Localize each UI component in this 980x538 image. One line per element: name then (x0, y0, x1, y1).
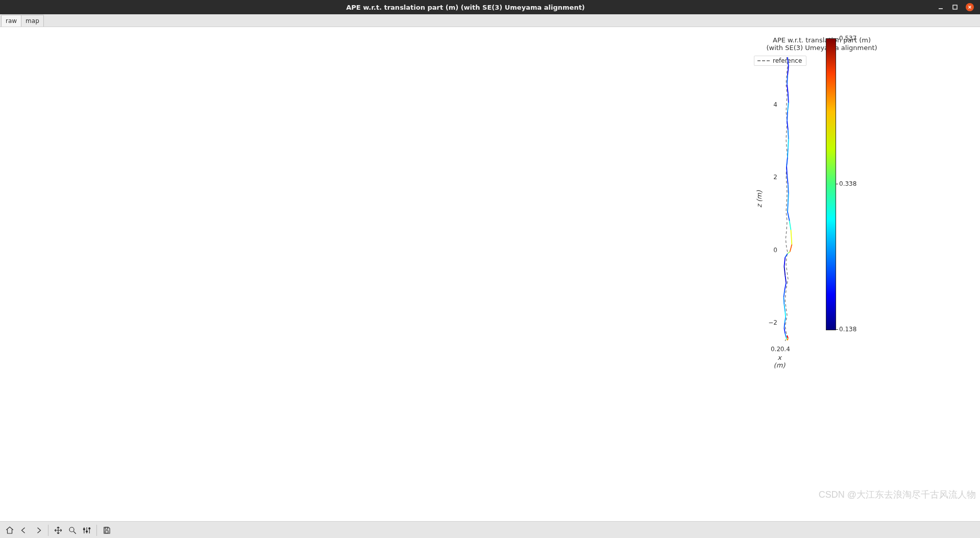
x-tick-label: 0.2 (771, 346, 780, 353)
svg-line-10 (787, 112, 788, 121)
svg-line-38 (785, 334, 786, 337)
svg-point-43 (69, 527, 74, 532)
colorbar-tick-label: 0.138 (839, 326, 856, 333)
svg-line-37 (784, 328, 785, 334)
watermark-text: CSDN @大江东去浪淘尽千古风流人物 (819, 488, 976, 501)
svg-line-41 (788, 338, 788, 340)
plot-wrap: APE w.r.t. translation part (m) (with SE… (755, 36, 888, 369)
svg-line-32 (783, 297, 784, 304)
home-icon (5, 526, 14, 535)
matplotlib-toolbar (0, 521, 980, 538)
colorbar: 0.1380.3380.537 (826, 38, 867, 330)
forward-icon (34, 526, 43, 535)
toolbar-separator (48, 525, 48, 536)
sliders-icon (82, 526, 91, 535)
minimize-icon (938, 4, 944, 10)
window-title: APE w.r.t. translation part (m) (with SE… (0, 4, 931, 11)
svg-line-18 (788, 185, 789, 194)
back-button[interactable] (17, 524, 31, 537)
y-tick-label: −2 (768, 319, 777, 326)
plot-title: APE w.r.t. translation part (m) (with SE… (755, 36, 888, 52)
svg-line-15 (787, 157, 788, 166)
svg-line-7 (787, 85, 788, 94)
tab-map[interactable]: map (21, 15, 44, 27)
tab-bar: raw map (0, 14, 980, 27)
svg-line-6 (787, 76, 788, 85)
svg-line-31 (783, 290, 785, 297)
svg-line-23 (791, 230, 792, 245)
y-axis-ticks: −2024 (765, 54, 779, 345)
svg-line-11 (787, 121, 788, 130)
trajectory-plot (779, 54, 795, 345)
maximize-button[interactable] (951, 4, 959, 11)
svg-rect-1 (953, 5, 957, 9)
y-tick-label: 4 (773, 101, 777, 108)
forward-button[interactable] (32, 524, 45, 537)
svg-rect-47 (105, 527, 108, 529)
plot-axes: reference (779, 54, 795, 345)
y-axis-label: z (m) (755, 190, 763, 208)
maximize-icon (952, 4, 958, 10)
x-tick-label: 0.4 (780, 346, 790, 353)
svg-point-46 (89, 528, 90, 529)
close-icon (967, 5, 972, 10)
svg-line-17 (787, 176, 788, 185)
svg-point-44 (83, 528, 85, 530)
figure-canvas[interactable]: APE w.r.t. translation part (m) (with SE… (0, 27, 980, 521)
svg-point-45 (86, 531, 88, 532)
svg-line-21 (788, 212, 790, 221)
svg-rect-48 (105, 531, 108, 533)
svg-line-35 (785, 317, 786, 323)
colorbar-gradient (826, 38, 836, 330)
svg-line-22 (790, 221, 791, 230)
svg-line-36 (784, 323, 785, 328)
legend-line-icon (757, 60, 770, 61)
colorbar-tick-label: 0.338 (839, 180, 856, 187)
zoom-button[interactable] (66, 524, 79, 537)
close-button[interactable] (966, 3, 974, 11)
svg-line-20 (788, 203, 788, 212)
x-axis-ticks: 0.20.4 (772, 346, 787, 354)
colorbar-tick-label: 0.537 (839, 35, 856, 42)
svg-line-12 (788, 130, 789, 139)
svg-line-30 (785, 283, 786, 290)
svg-line-27 (784, 257, 785, 266)
home-button[interactable] (3, 524, 16, 537)
svg-line-29 (785, 276, 786, 283)
y-tick-label: 0 (773, 247, 777, 254)
save-icon (102, 526, 111, 535)
toolbar-separator (96, 525, 97, 536)
x-axis-label: x (m) (772, 354, 787, 369)
colorbar-ticks: 0.1380.3380.537 (836, 38, 867, 329)
svg-line-25 (788, 252, 790, 254)
axes-row: z (m) −2024 reference (755, 54, 888, 345)
minimize-button[interactable] (937, 4, 944, 11)
window-titlebar: APE w.r.t. translation part (m) (with SE… (0, 0, 980, 14)
svg-line-13 (788, 139, 789, 148)
svg-line-33 (784, 305, 785, 312)
svg-line-14 (788, 148, 788, 157)
y-tick-label: 2 (773, 174, 777, 181)
window-controls (931, 3, 980, 11)
svg-line-39 (786, 337, 787, 339)
svg-line-24 (790, 244, 792, 252)
svg-line-34 (785, 312, 786, 317)
tab-raw[interactable]: raw (1, 15, 21, 27)
zoom-icon (68, 526, 77, 535)
svg-line-16 (787, 166, 787, 176)
svg-line-28 (784, 266, 785, 276)
back-icon (19, 526, 29, 535)
configure-button[interactable] (80, 524, 93, 537)
svg-line-19 (788, 193, 789, 203)
pan-button[interactable] (52, 524, 65, 537)
svg-line-8 (788, 93, 789, 103)
save-button[interactable] (100, 524, 113, 537)
pan-icon (54, 526, 63, 535)
svg-line-9 (788, 103, 789, 112)
svg-line-4 (788, 57, 789, 66)
